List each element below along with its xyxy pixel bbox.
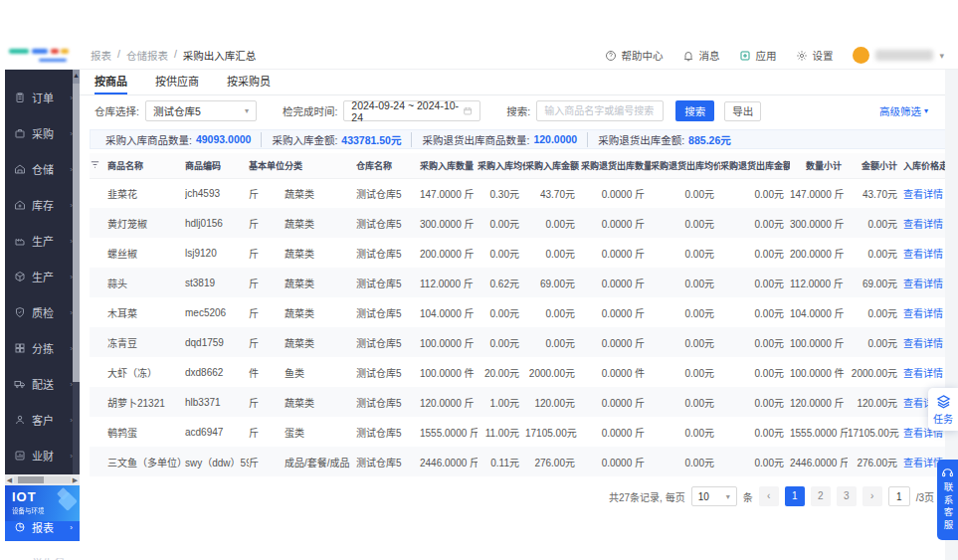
column-header: 金额小计: [848, 153, 903, 178]
app-logo: [9, 46, 69, 66]
cell-name: 大虾（冻）: [107, 357, 185, 387]
column-filter-button[interactable]: [90, 153, 107, 178]
cell-ret_avg: 0.00元: [651, 178, 720, 208]
sidebar-item-生产[interactable]: 生产›: [5, 227, 80, 255]
per-page-select[interactable]: 10▾: [691, 486, 737, 506]
cell-warehouse: 测试仓库5: [356, 297, 420, 327]
unit-text: 条: [743, 489, 753, 504]
warehouse-select[interactable]: 测试仓库5 ▾: [145, 100, 257, 121]
sidebar-item-采购[interactable]: 采购›: [5, 119, 80, 147]
iot-banner[interactable]: IOT 设备与环境: [5, 485, 80, 521]
cell-unit: 斤: [249, 387, 285, 417]
page-jump-input[interactable]: [888, 486, 910, 506]
page-button-2[interactable]: 2: [811, 486, 831, 506]
scroll-up-icon[interactable]: ▲: [73, 70, 80, 84]
cell-category: 蛋类: [285, 417, 356, 447]
summary-stats: 采购入库商品数量:49093.0000采购入库金额:433781.50元采购退货…: [90, 129, 946, 149]
sidebar-item-分拣[interactable]: 分拣›: [5, 334, 80, 362]
cell-warehouse: 测试仓库5: [356, 447, 420, 476]
sidebar-item-生产[interactable]: 生产›: [5, 263, 80, 290]
help-center-button[interactable]: 帮助中心: [605, 48, 663, 63]
sidebar-item-label: 业财: [32, 448, 54, 464]
table-row: 螺丝椒lsj9120斤蔬菜类测试仓库5200.0000 斤0.00元0.00元0…: [90, 238, 955, 268]
cell-amt_sub: 0.00元: [848, 327, 903, 357]
date-range-value: 2024-09-24 ~ 2024-10-24: [351, 99, 463, 123]
breadcrumb-item[interactable]: 仓储报表: [126, 48, 168, 63]
cell-ret_avg: 0.00元: [651, 447, 720, 476]
cell-warehouse: 测试仓库5: [356, 238, 420, 268]
cell-ret_qty: 0.0000 斤: [581, 447, 651, 476]
column-header: 分类: [285, 153, 356, 178]
search-input[interactable]: [536, 100, 664, 121]
sidebar-item-仓储[interactable]: 仓储›: [5, 155, 80, 183]
support-label: 联系客服: [941, 482, 955, 532]
tab-按供应商[interactable]: 按供应商: [155, 70, 199, 94]
cell-code: mec5206: [185, 297, 249, 327]
cell-warehouse: 测试仓库5: [356, 178, 420, 208]
cell-in_qty: 112.0000 斤: [420, 268, 478, 297]
tab-按商品[interactable]: 按商品: [95, 70, 127, 94]
logo-bar: [32, 49, 48, 54]
main-content: 按商品按供应商按采购员 仓库选择: 测试仓库5 ▾ 检完成时间: 2024-09…: [80, 70, 958, 560]
sidebar-item-质检[interactable]: 质检›: [5, 298, 80, 326]
cell-unit: 斤: [249, 417, 285, 447]
tasks-float-button[interactable]: 任务: [928, 388, 958, 431]
advanced-filter-toggle[interactable]: 高级筛选 ▾: [879, 103, 928, 118]
column-header: 商品名称: [107, 153, 185, 178]
breadcrumb-item[interactable]: 报表: [91, 48, 111, 63]
cell-qty_sub: 100.0000 件: [790, 357, 848, 387]
sidebar-item-订单[interactable]: 订单›: [5, 84, 80, 111]
hscroll-thumb[interactable]: [18, 476, 44, 483]
stat-value: 433781.50元: [341, 132, 401, 147]
user-menu[interactable]: ▾: [853, 47, 944, 64]
messages-button[interactable]: 消息: [682, 48, 719, 63]
settings-button[interactable]: 设置: [796, 48, 833, 63]
sidebar-item-客户[interactable]: 客户›: [5, 406, 80, 434]
cell-name: 鹌鹑蛋: [107, 417, 185, 447]
sidebar-item-库存[interactable]: 库存›: [5, 191, 80, 219]
warehouse-value: 测试仓库5: [153, 103, 201, 118]
next-page-button[interactable]: ›: [862, 486, 882, 506]
table-row: 木耳菜mec5206斤蔬菜类测试仓库5104.0000 斤0.00元0.00元0…: [90, 297, 955, 327]
cell-category: 蔬菜类: [285, 208, 356, 238]
cell-name: 黄灯笼椒: [107, 208, 185, 238]
search-button[interactable]: 搜索: [675, 100, 714, 121]
production-icon: [14, 235, 26, 247]
cell-category: 成品/套餐/成品: [285, 447, 356, 476]
export-button[interactable]: 导出: [724, 101, 761, 121]
cell-ret_qty: 0.0000 斤: [581, 238, 651, 268]
prev-page-button[interactable]: ‹: [759, 486, 779, 506]
cell-ret_avg: 0.00元: [651, 208, 720, 238]
date-range-input[interactable]: 2024-09-24 ~ 2024-10-24: [343, 100, 480, 121]
table-row: 胡萝卜21321hlb3371斤蔬菜类测试仓库5120.0000 斤1.00元1…: [90, 387, 955, 417]
sidebar-item-配送[interactable]: 配送›: [5, 370, 80, 398]
pagination: 共27条记录, 每页10▾条‹123›/3页: [80, 486, 934, 506]
cell-code: hlb3371: [185, 387, 249, 417]
cell-amt_sub: 2000.00元: [848, 357, 903, 387]
apps-button[interactable]: 应用: [739, 48, 776, 63]
cell-ret_amt: 0.00元: [720, 238, 790, 268]
breadcrumb: 报表/仓储报表/采购出入库汇总: [91, 48, 256, 63]
cell-in_avg: 0.11元: [478, 447, 525, 476]
iot-subtitle: 设备与环境: [12, 505, 73, 515]
sidebar-item-业财[interactable]: 业财›: [5, 442, 80, 469]
cell-ret_amt: 0.00元: [720, 357, 790, 387]
page-button-3[interactable]: 3: [837, 486, 857, 506]
contact-support-button[interactable]: 联系客服: [937, 460, 958, 540]
column-header: 商品编码: [185, 153, 249, 178]
cell-amt_sub: 0.00元: [848, 238, 903, 268]
cell-qty_sub: 120.0000 斤: [790, 387, 848, 417]
chevron-down-icon: ▾: [726, 492, 730, 501]
cell-code: lsj9120: [185, 238, 249, 268]
cell-in_qty: 147.0000 斤: [420, 178, 478, 208]
page-button-1[interactable]: 1: [785, 486, 805, 506]
cell-name: 冻青豆: [107, 327, 185, 357]
cell-in_avg: 0.30元: [478, 178, 525, 208]
sidebar-item-学生餐[interactable]: 学生餐: [5, 549, 80, 560]
cell-in_avg: 11.00元: [478, 417, 525, 447]
cell-warehouse: 测试仓库5: [356, 357, 420, 387]
sidebar-item-label: 配送: [32, 376, 54, 392]
column-header: 基本单位: [249, 153, 285, 178]
tab-按采购员[interactable]: 按采购员: [227, 70, 271, 94]
cell-code: jch4593: [185, 178, 249, 208]
